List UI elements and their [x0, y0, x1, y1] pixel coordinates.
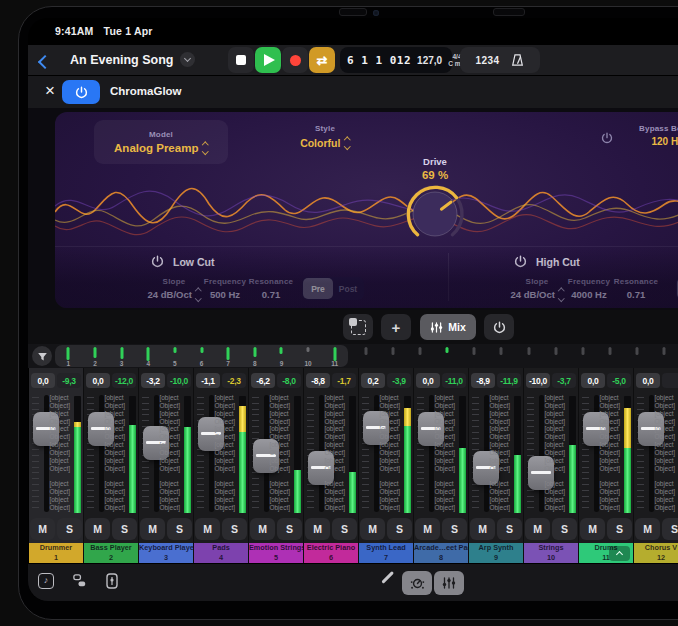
add-plugin-button[interactable]: + — [381, 314, 411, 340]
volume-readout[interactable]: -6,2 — [251, 373, 275, 388]
filter-button[interactable] — [32, 346, 52, 366]
drive-knob[interactable] — [403, 182, 467, 246]
peak-readout[interactable]: -11,0 — [442, 373, 466, 388]
track-name-label[interactable]: Electric Piano 6 — [304, 543, 358, 563]
back-button[interactable] — [40, 53, 56, 69]
solo-button[interactable]: S — [332, 518, 357, 540]
solo-button[interactable]: S — [552, 518, 577, 540]
volume-readout[interactable]: 0,0 — [86, 373, 110, 388]
browser-button[interactable]: ♪ — [38, 573, 54, 589]
peak-readout[interactable]: -3,9 — [387, 373, 411, 388]
solo-button[interactable]: S — [277, 518, 302, 540]
volume-readout[interactable]: -8,8 — [306, 373, 330, 388]
edit-button[interactable] — [380, 576, 395, 579]
solo-button[interactable]: S — [387, 518, 412, 540]
mute-button[interactable]: M — [360, 518, 385, 540]
track-number: 8 — [414, 553, 468, 562]
track-name-label[interactable]: Drums 11 — [579, 543, 633, 563]
solo-button[interactable]: S — [607, 518, 632, 540]
solo-button[interactable]: S — [57, 518, 82, 540]
track-name-label[interactable]: Drummer 1 — [29, 543, 83, 563]
track-name-label[interactable]: Bass Player 2 — [84, 543, 138, 563]
mute-button[interactable]: M — [140, 518, 165, 540]
mute-button[interactable]: M — [635, 518, 660, 540]
track-name-label[interactable]: Arcade…eet Pad 8 — [414, 543, 468, 563]
bottom-bar: ♪ — [28, 563, 678, 601]
volume-readout[interactable]: -3,2 — [141, 373, 165, 388]
mute-button[interactable]: M — [305, 518, 330, 540]
overview-visible-range[interactable]: 1 2 3 4 5 — [55, 345, 348, 367]
overview-offscreen-channels[interactable] — [352, 345, 678, 367]
solo-button[interactable]: S — [662, 518, 678, 540]
volume-readout[interactable]: 0,0 — [416, 373, 440, 388]
track-name-label[interactable]: Synth Lead 7 — [359, 543, 413, 563]
mute-button[interactable]: M — [415, 518, 440, 540]
solo-button[interactable]: S — [167, 518, 192, 540]
track-name-label[interactable]: Chorus V 12 — [634, 543, 678, 563]
volume-readout[interactable]: 0,0 — [31, 373, 55, 388]
mute-button[interactable]: M — [195, 518, 220, 540]
mixer-view-button[interactable] — [434, 571, 464, 595]
track-number: 2 — [84, 553, 138, 562]
mute-button[interactable]: M — [85, 518, 110, 540]
volume-readout[interactable]: -8,9 — [471, 373, 495, 388]
style-selector[interactable]: Style Colorful — [260, 124, 390, 149]
bypass-power-button[interactable] — [601, 130, 613, 148]
routing-button[interactable] — [72, 573, 87, 588]
mix-view-button[interactable]: Mix — [420, 314, 476, 340]
overview-channel: 5 — [162, 345, 189, 367]
mute-button[interactable]: M — [525, 518, 550, 540]
volume-readout[interactable]: -1,1 — [196, 373, 220, 388]
record-button[interactable] — [282, 47, 308, 73]
volume-readout[interactable]: 0,0 — [636, 373, 660, 388]
mute-button[interactable]: M — [250, 518, 275, 540]
volume-readout[interactable]: 0,2 — [361, 373, 385, 388]
peak-readout[interactable]: -9,3 — [57, 373, 81, 388]
track-name-label[interactable]: Keyboard Player 3 — [139, 543, 193, 563]
volume-readout[interactable]: 0,0 — [581, 373, 605, 388]
count-in-button[interactable]: 1234 — [475, 55, 499, 66]
peak-readout[interactable]: -8,0 — [277, 373, 301, 388]
peak-readout[interactable]: -10,0 — [167, 373, 191, 388]
peak-readout[interactable]: -1,7 — [332, 373, 356, 388]
peak-readout[interactable]: -2,3 — [222, 373, 246, 388]
mix-label: Mix — [448, 321, 466, 333]
track-name-label[interactable]: Pads 4 — [194, 543, 248, 563]
bypass-below-control[interactable]: Bypass Below 120 Hz — [639, 124, 678, 147]
overview-channel — [434, 345, 461, 367]
stop-button[interactable] — [228, 47, 254, 73]
paste-button[interactable] — [343, 314, 373, 340]
mute-button[interactable]: M — [30, 518, 55, 540]
meter-scale-number: [object Object] — [434, 457, 455, 473]
peak-readout[interactable]: -3,7 — [552, 373, 576, 388]
track-name-label[interactable]: Arp Synth 9 — [469, 543, 523, 563]
song-title-menu[interactable]: An Evening Song — [70, 52, 195, 67]
channel-strip-view-button[interactable] — [106, 573, 118, 589]
solo-button[interactable]: S — [112, 518, 137, 540]
mute-button[interactable]: M — [580, 518, 605, 540]
track-name-label[interactable]: Strings 10 — [524, 543, 578, 563]
metronome-icon[interactable] — [510, 53, 525, 68]
track-name-label[interactable]: Emotion Strings 5 — [249, 543, 303, 563]
peak-readout[interactable]: -5,0 — [607, 373, 631, 388]
plugin-power-button[interactable] — [62, 80, 100, 104]
controls-view-button[interactable] — [402, 571, 432, 595]
cycle-button[interactable]: ⇄ — [309, 47, 335, 73]
mute-button[interactable]: M — [470, 518, 495, 540]
volume-readout[interactable]: -10,0 — [526, 373, 550, 388]
model-selector[interactable]: Model Analog Preamp — [94, 120, 228, 164]
fader-track[interactable] — [539, 395, 544, 512]
stack-collapse-button[interactable] — [609, 546, 630, 561]
lcd-display[interactable]: 6 1 1 012 127,0 4/4 C maj In Out MIDI — [340, 47, 452, 73]
channel-power-button[interactable] — [484, 314, 514, 340]
fader-track[interactable] — [209, 395, 214, 512]
peak-readout[interactable] — [662, 373, 678, 388]
play-button[interactable] — [255, 47, 281, 73]
close-icon[interactable]: × — [40, 81, 60, 101]
solo-button[interactable]: S — [442, 518, 467, 540]
peak-readout[interactable]: -11,9 — [497, 373, 521, 388]
channel-strip: 0,0 -11,0 [object Object][object Object]… — [414, 368, 468, 563]
solo-button[interactable]: S — [222, 518, 247, 540]
solo-button[interactable]: S — [497, 518, 522, 540]
peak-readout[interactable]: -12,0 — [112, 373, 136, 388]
